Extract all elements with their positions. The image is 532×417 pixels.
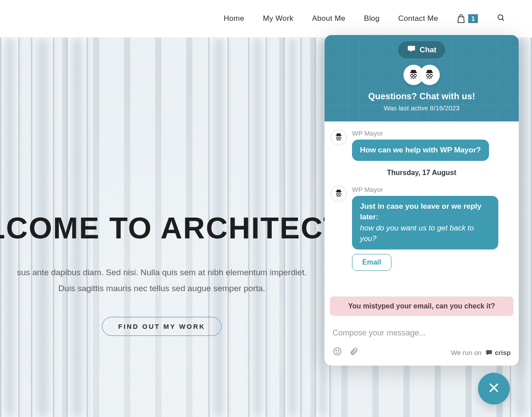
agent-avatar-2 [419,65,440,85]
svg-point-13 [339,137,341,139]
svg-point-8 [427,74,430,77]
svg-point-18 [334,348,341,355]
crisp-brand-text: crisp [495,349,511,356]
shopping-bag-icon [457,14,466,23]
chat-header-title: Questions? Chat with us! [332,91,511,101]
svg-point-20 [338,350,339,351]
svg-rect-15 [337,190,341,191]
nav-contact-me[interactable]: Contact Me [398,14,438,23]
find-out-my-work-button[interactable]: FIND OUT MY WORK [102,317,222,336]
svg-point-0 [498,15,503,19]
message-2-line1: Just in case you leave or we reply later… [360,202,481,221]
powered-by-text: We run on [451,349,481,356]
emoji-button[interactable] [332,347,342,359]
chat-body: WP Mayor How can we help with WP Mayor? … [325,121,519,296]
svg-point-19 [336,350,336,351]
chat-powered-by[interactable]: We run on crisp [451,349,511,356]
attachment-button[interactable] [349,347,358,359]
message-2-line2: how do you want us to get back to you? [360,223,490,244]
hero-subtitle-line2: Duis sagittis mauris nec tellus sed augu… [59,284,266,293]
chat-header-avatars [332,65,511,85]
chat-bubble-icon [407,45,416,55]
chat-error-banner: You mistyped your email, can you check i… [330,296,513,316]
search-button[interactable] [497,13,505,24]
svg-point-5 [414,74,417,77]
svg-point-17 [339,193,341,195]
chat-header: Chat Questions? Chat with us! Was last a… [325,35,519,121]
svg-rect-11 [337,133,341,135]
svg-point-16 [336,193,338,195]
svg-rect-3 [411,70,416,73]
svg-point-4 [411,74,414,77]
cart-count-badge: 1 [468,14,478,23]
svg-point-9 [430,74,433,77]
nav-blog[interactable]: Blog [364,14,379,23]
chat-pill-label: Chat [420,46,437,55]
close-icon [488,382,500,396]
hero-content: LCOME TO ARCHITECT sus ante dapibus diam… [0,38,337,336]
hero-subtitle: sus ante dapibus diam. Sed nisi. Nulla q… [0,265,337,296]
message-avatar [331,129,347,145]
hero-subtitle-line1: sus ante dapibus diam. Sed nisi. Nulla q… [17,268,307,277]
nav-about-me[interactable]: About Me [312,14,345,23]
message-sender: WP Mayor [352,129,512,137]
chat-footer: We run on crisp [325,343,519,366]
svg-line-1 [502,19,504,21]
message-bubble-1: How can we help with WP Mayor? [352,140,489,161]
chat-close-fab[interactable] [478,373,510,405]
chat-input-container [325,320,519,343]
chat-header-subtitle: Was last active 8/16/2023 [332,104,511,112]
email-option-button[interactable]: Email [352,254,391,271]
cart-button[interactable]: 1 [457,14,478,23]
crisp-logo-icon [485,349,493,356]
message-sender: WP Mayor [352,186,512,193]
message-bubble-2: Just in case you leave or we reply later… [352,196,498,249]
chat-tab-pill[interactable]: Chat [398,41,446,58]
top-nav: Home My Work About Me Blog Contact Me 1 [0,0,532,38]
chat-date-separator: Thursday, 17 August [331,169,512,177]
search-icon [497,13,505,24]
chat-compose-input[interactable] [332,324,511,342]
nav-home[interactable]: Home [223,14,244,23]
svg-rect-7 [427,70,432,73]
hero-title: LCOME TO ARCHITECT [0,210,337,245]
nav-my-work[interactable]: My Work [263,14,293,23]
svg-point-12 [336,137,338,139]
chat-message-2: WP Mayor Just in case you leave or we re… [331,186,512,271]
chat-widget: Chat Questions? Chat with us! Was last a… [325,35,519,366]
message-avatar [331,186,347,202]
chat-message-1: WP Mayor How can we help with WP Mayor? [331,129,512,161]
